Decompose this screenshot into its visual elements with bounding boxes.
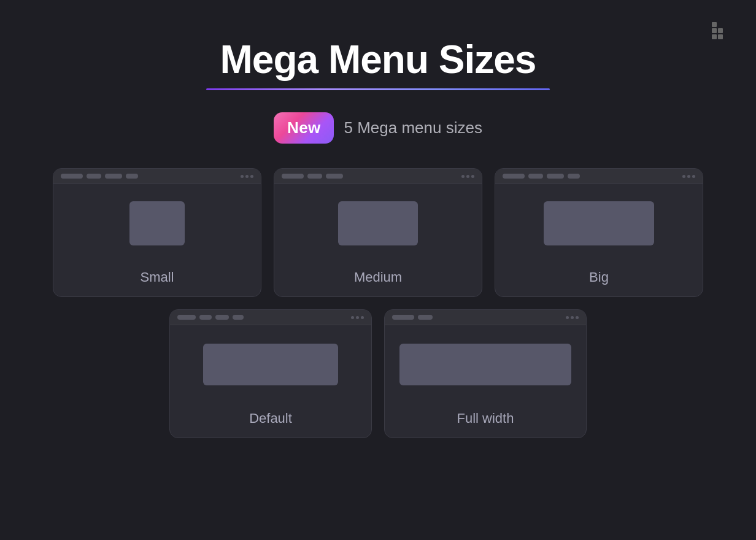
- card-default-topbar: [170, 310, 371, 325]
- nav-pill-3: [105, 174, 122, 179]
- nav-pill-1: [503, 174, 525, 179]
- card-default-content: [170, 325, 371, 403]
- nav-pill-2: [199, 315, 212, 320]
- nav-pill-3: [547, 174, 564, 179]
- cards-row-2: Default Full width: [37, 309, 719, 438]
- nav-pill-3: [215, 315, 229, 320]
- card-small-label: Small: [140, 262, 174, 296]
- dot-1: [461, 175, 465, 178]
- card-big-content: [495, 184, 703, 262]
- default-placeholder: [203, 344, 338, 385]
- nav-dots: [351, 316, 364, 319]
- nav-pill-1: [177, 315, 196, 320]
- title-underline: [206, 88, 550, 90]
- dot-3: [471, 175, 474, 178]
- card-small-content: [53, 184, 261, 262]
- card-fullwidth-content: [385, 325, 586, 403]
- card-medium-content: [274, 184, 482, 262]
- cards-section: Small Medium: [0, 168, 756, 438]
- logo: [712, 22, 729, 39]
- dot-1: [682, 175, 685, 178]
- big-placeholder: [544, 201, 654, 245]
- nav-pill-3: [326, 174, 343, 179]
- card-default[interactable]: Default: [169, 309, 372, 438]
- nav-dots: [461, 175, 474, 178]
- medium-placeholder: [338, 201, 418, 245]
- nav-pill-2: [528, 174, 543, 179]
- nav-pill-1: [61, 174, 83, 179]
- nav-pill-2: [418, 315, 433, 320]
- nav-pill-4: [233, 315, 244, 320]
- header-section: Mega Menu Sizes New 5 Mega menu sizes: [0, 37, 756, 144]
- small-placeholder: [129, 201, 185, 245]
- card-medium-label: Medium: [354, 262, 402, 296]
- card-big[interactable]: Big: [495, 168, 703, 297]
- card-fullwidth-topbar: [385, 310, 586, 325]
- nav-dots: [566, 316, 579, 319]
- page-title: Mega Menu Sizes: [220, 37, 536, 82]
- card-fullwidth-label: Full width: [457, 403, 514, 438]
- dot-3: [692, 175, 695, 178]
- dot-3: [250, 175, 253, 178]
- nav-pill-1: [392, 315, 414, 320]
- dot-3: [576, 316, 579, 319]
- dot-2: [245, 175, 249, 178]
- dot-1: [241, 175, 244, 178]
- dot-1: [566, 316, 569, 319]
- dot-2: [571, 316, 574, 319]
- card-default-label: Default: [249, 403, 292, 438]
- new-badge: New: [274, 112, 334, 144]
- dot-3: [361, 316, 364, 319]
- card-small-topbar: [53, 169, 261, 184]
- nav-pill-2: [307, 174, 322, 179]
- dot-2: [466, 175, 469, 178]
- logo-icon: [712, 22, 729, 39]
- nav-pill-4: [568, 174, 580, 179]
- dot-1: [351, 316, 354, 319]
- card-medium[interactable]: Medium: [274, 168, 482, 297]
- nav-pill-2: [87, 174, 101, 179]
- badge-row: New 5 Mega menu sizes: [274, 112, 482, 144]
- dot-2: [356, 316, 359, 319]
- dot-2: [687, 175, 690, 178]
- nav-dots: [241, 175, 253, 178]
- card-small[interactable]: Small: [53, 168, 261, 297]
- card-big-label: Big: [589, 262, 609, 296]
- fullwidth-placeholder: [399, 344, 571, 385]
- card-fullwidth[interactable]: Full width: [384, 309, 587, 438]
- badge-description: 5 Mega menu sizes: [344, 118, 482, 137]
- nav-pill-4: [126, 174, 138, 179]
- nav-pill-1: [282, 174, 304, 179]
- cards-row-1: Small Medium: [37, 168, 719, 297]
- nav-dots: [682, 175, 695, 178]
- card-medium-topbar: [274, 169, 482, 184]
- card-big-topbar: [495, 169, 703, 184]
